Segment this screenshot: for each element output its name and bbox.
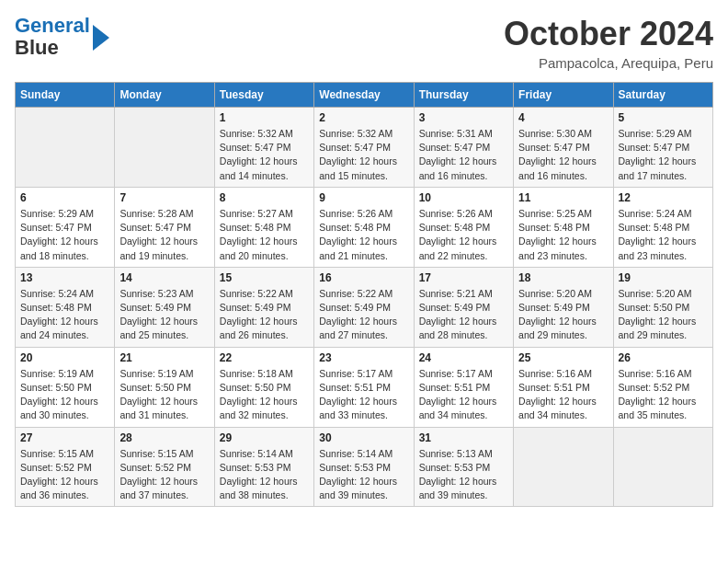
day-info: Sunrise: 5:19 AMSunset: 5:50 PMDaylight:…: [119, 367, 209, 423]
calendar-cell: 20Sunrise: 5:19 AMSunset: 5:50 PMDayligh…: [16, 347, 115, 427]
calendar-cell: 25Sunrise: 5:16 AMSunset: 5:51 PMDayligh…: [514, 347, 613, 427]
calendar-week-4: 20Sunrise: 5:19 AMSunset: 5:50 PMDayligh…: [16, 347, 713, 427]
day-number: 10: [419, 191, 508, 204]
day-number: 16: [319, 271, 408, 284]
calendar-cell: 10Sunrise: 5:26 AMSunset: 5:48 PMDayligh…: [414, 187, 513, 267]
day-number: 28: [119, 431, 209, 444]
calendar-cell: 14Sunrise: 5:23 AMSunset: 5:49 PMDayligh…: [115, 267, 214, 347]
logo-text: GeneralBlue: [15, 15, 90, 59]
day-number: 15: [220, 271, 309, 284]
day-number: 2: [319, 111, 408, 124]
col-sunday: Sunday: [16, 83, 115, 108]
calendar-cell: 29Sunrise: 5:14 AMSunset: 5:53 PMDayligh…: [214, 427, 313, 507]
calendar-cell: 4Sunrise: 5:30 AMSunset: 5:47 PMDaylight…: [514, 108, 613, 188]
day-number: 31: [419, 431, 508, 444]
day-info: Sunrise: 5:17 AMSunset: 5:51 PMDaylight:…: [319, 367, 408, 423]
day-number: 24: [419, 351, 508, 364]
day-info: Sunrise: 5:20 AMSunset: 5:50 PMDaylight:…: [619, 287, 708, 343]
day-number: 14: [119, 271, 209, 284]
page-header: GeneralBlue October 2024 Pampacolca, Are…: [15, 15, 713, 71]
day-info: Sunrise: 5:17 AMSunset: 5:51 PMDaylight:…: [419, 367, 508, 423]
calendar-cell: 11Sunrise: 5:25 AMSunset: 5:48 PMDayligh…: [514, 187, 613, 267]
day-number: 27: [20, 431, 109, 444]
day-info: Sunrise: 5:15 AMSunset: 5:52 PMDaylight:…: [119, 447, 209, 503]
calendar-cell: 6Sunrise: 5:29 AMSunset: 5:47 PMDaylight…: [16, 187, 115, 267]
calendar-week-3: 13Sunrise: 5:24 AMSunset: 5:48 PMDayligh…: [16, 267, 713, 347]
day-number: 26: [619, 351, 708, 364]
calendar-cell: [613, 427, 712, 507]
day-info: Sunrise: 5:20 AMSunset: 5:49 PMDaylight:…: [518, 287, 608, 343]
calendar-cell: 16Sunrise: 5:22 AMSunset: 5:49 PMDayligh…: [314, 267, 414, 347]
day-number: 29: [220, 431, 309, 444]
day-info: Sunrise: 5:22 AMSunset: 5:49 PMDaylight:…: [319, 287, 408, 343]
day-number: 19: [619, 271, 708, 284]
calendar-cell: 24Sunrise: 5:17 AMSunset: 5:51 PMDayligh…: [414, 347, 513, 427]
calendar-cell: 31Sunrise: 5:13 AMSunset: 5:53 PMDayligh…: [414, 427, 513, 507]
day-info: Sunrise: 5:30 AMSunset: 5:47 PMDaylight:…: [518, 127, 608, 183]
day-number: 21: [119, 351, 209, 364]
day-number: 12: [619, 191, 708, 204]
col-tuesday: Tuesday: [214, 83, 313, 108]
day-number: 20: [20, 351, 109, 364]
day-info: Sunrise: 5:13 AMSunset: 5:53 PMDaylight:…: [419, 447, 508, 503]
col-wednesday: Wednesday: [314, 83, 414, 108]
day-info: Sunrise: 5:25 AMSunset: 5:48 PMDaylight:…: [518, 207, 608, 263]
calendar-cell: 22Sunrise: 5:18 AMSunset: 5:50 PMDayligh…: [214, 347, 313, 427]
day-number: 4: [518, 111, 608, 124]
day-number: 11: [518, 191, 608, 204]
calendar-cell: 1Sunrise: 5:32 AMSunset: 5:47 PMDaylight…: [214, 108, 313, 188]
calendar-week-2: 6Sunrise: 5:29 AMSunset: 5:47 PMDaylight…: [16, 187, 713, 267]
day-number: 18: [518, 271, 608, 284]
day-info: Sunrise: 5:23 AMSunset: 5:49 PMDaylight:…: [119, 287, 209, 343]
day-number: 8: [220, 191, 309, 204]
day-info: Sunrise: 5:14 AMSunset: 5:53 PMDaylight:…: [220, 447, 309, 503]
calendar-cell: 19Sunrise: 5:20 AMSunset: 5:50 PMDayligh…: [613, 267, 712, 347]
day-number: 25: [518, 351, 608, 364]
day-info: Sunrise: 5:16 AMSunset: 5:52 PMDaylight:…: [619, 367, 708, 423]
day-info: Sunrise: 5:32 AMSunset: 5:47 PMDaylight:…: [319, 127, 408, 183]
month-title: October 2024: [504, 15, 713, 53]
day-number: 22: [220, 351, 309, 364]
day-number: 23: [319, 351, 408, 364]
col-thursday: Thursday: [414, 83, 513, 108]
calendar-cell: [16, 108, 115, 188]
calendar-week-5: 27Sunrise: 5:15 AMSunset: 5:52 PMDayligh…: [16, 427, 713, 507]
day-info: Sunrise: 5:27 AMSunset: 5:48 PMDaylight:…: [220, 207, 309, 263]
calendar-cell: 8Sunrise: 5:27 AMSunset: 5:48 PMDaylight…: [214, 187, 313, 267]
day-info: Sunrise: 5:18 AMSunset: 5:50 PMDaylight:…: [220, 367, 309, 423]
calendar-cell: 28Sunrise: 5:15 AMSunset: 5:52 PMDayligh…: [115, 427, 214, 507]
logo-arrow-icon: [93, 25, 109, 51]
day-info: Sunrise: 5:14 AMSunset: 5:53 PMDaylight:…: [319, 447, 408, 503]
day-info: Sunrise: 5:26 AMSunset: 5:48 PMDaylight:…: [419, 207, 508, 263]
calendar-cell: 15Sunrise: 5:22 AMSunset: 5:49 PMDayligh…: [214, 267, 313, 347]
day-info: Sunrise: 5:28 AMSunset: 5:47 PMDaylight:…: [119, 207, 209, 263]
day-number: 9: [319, 191, 408, 204]
day-info: Sunrise: 5:32 AMSunset: 5:47 PMDaylight:…: [220, 127, 309, 183]
day-info: Sunrise: 5:24 AMSunset: 5:48 PMDaylight:…: [20, 287, 109, 343]
calendar-cell: 26Sunrise: 5:16 AMSunset: 5:52 PMDayligh…: [613, 347, 712, 427]
day-info: Sunrise: 5:22 AMSunset: 5:49 PMDaylight:…: [220, 287, 309, 343]
day-info: Sunrise: 5:15 AMSunset: 5:52 PMDaylight:…: [20, 447, 109, 503]
calendar-cell: 2Sunrise: 5:32 AMSunset: 5:47 PMDaylight…: [314, 108, 414, 188]
calendar-cell: [514, 427, 613, 507]
day-info: Sunrise: 5:16 AMSunset: 5:51 PMDaylight:…: [518, 367, 608, 423]
logo: GeneralBlue: [15, 15, 109, 59]
calendar-cell: 23Sunrise: 5:17 AMSunset: 5:51 PMDayligh…: [314, 347, 414, 427]
day-number: 5: [619, 111, 708, 124]
day-info: Sunrise: 5:29 AMSunset: 5:47 PMDaylight:…: [20, 207, 109, 263]
col-friday: Friday: [514, 83, 613, 108]
calendar-cell: 21Sunrise: 5:19 AMSunset: 5:50 PMDayligh…: [115, 347, 214, 427]
calendar-cell: 18Sunrise: 5:20 AMSunset: 5:49 PMDayligh…: [514, 267, 613, 347]
day-number: 13: [20, 271, 109, 284]
day-info: Sunrise: 5:24 AMSunset: 5:48 PMDaylight:…: [619, 207, 708, 263]
calendar-cell: 12Sunrise: 5:24 AMSunset: 5:48 PMDayligh…: [613, 187, 712, 267]
calendar-cell: 27Sunrise: 5:15 AMSunset: 5:52 PMDayligh…: [16, 427, 115, 507]
day-number: 30: [319, 431, 408, 444]
day-info: Sunrise: 5:31 AMSunset: 5:47 PMDaylight:…: [419, 127, 508, 183]
day-number: 1: [220, 111, 309, 124]
title-block: October 2024 Pampacolca, Arequipa, Peru: [504, 15, 713, 71]
calendar-week-1: 1Sunrise: 5:32 AMSunset: 5:47 PMDaylight…: [16, 108, 713, 188]
day-info: Sunrise: 5:21 AMSunset: 5:49 PMDaylight:…: [419, 287, 508, 343]
day-info: Sunrise: 5:29 AMSunset: 5:47 PMDaylight:…: [619, 127, 708, 183]
calendar-cell: 5Sunrise: 5:29 AMSunset: 5:47 PMDaylight…: [613, 108, 712, 188]
